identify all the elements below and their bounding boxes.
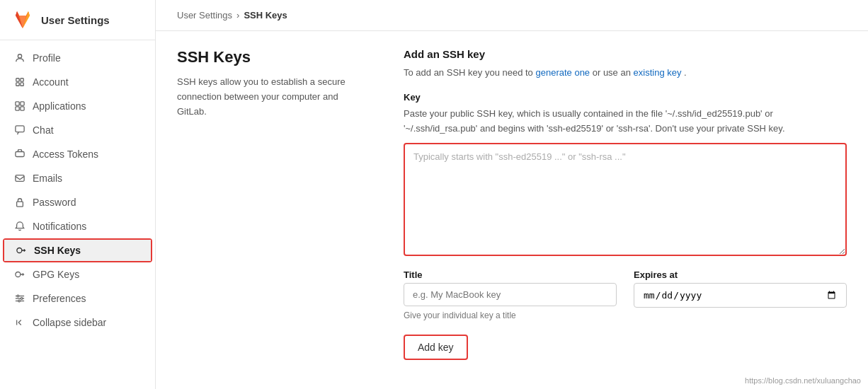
ssh-key-textarea[interactable] — [404, 143, 847, 256]
sidebar-item-access-tokens[interactable]: Access Tokens — [0, 142, 155, 166]
sidebar-item-profile[interactable]: Profile — [0, 46, 155, 70]
key-description: Paste your public SSH key, which is usua… — [404, 107, 847, 137]
expires-form-group: Expires at — [634, 269, 847, 308]
gitlab-logo — [11, 8, 34, 31]
sidebar-item-collapse[interactable]: Collapse sidebar — [0, 310, 155, 335]
add-key-button[interactable]: Add key — [404, 335, 468, 360]
sidebar-item-applications[interactable]: Applications — [0, 94, 155, 118]
form-row: Title Give your individual key a title E… — [404, 269, 847, 320]
collapse-icon — [14, 317, 25, 328]
person-icon — [14, 52, 25, 64]
svg-point-9 — [18, 54, 21, 58]
svg-rect-21 — [17, 202, 23, 207]
sidebar-item-gpg-keys-label: GPG Keys — [33, 269, 79, 280]
account-icon — [14, 76, 25, 88]
sidebar-item-account-label: Account — [33, 76, 69, 88]
sidebar-item-notifications-label: Notifications — [33, 221, 86, 232]
add-ssh-section-title: Add an SSH key — [404, 48, 847, 60]
sidebar-title: User Settings — [41, 14, 110, 26]
add-desc-middle: or use an — [593, 67, 634, 78]
sidebar-item-collapse-label: Collapse sidebar — [33, 317, 106, 328]
svg-rect-20 — [16, 175, 24, 182]
sidebar-item-password-label: Password — [33, 197, 76, 208]
svg-rect-12 — [16, 83, 19, 86]
sidebar-header: User Settings — [0, 0, 155, 40]
bell-icon — [14, 221, 25, 232]
svg-point-28 — [21, 298, 23, 300]
sidebar-item-ssh-keys-label: SSH Keys — [34, 245, 81, 256]
svg-rect-18 — [16, 126, 24, 132]
key-section-label: Key — [404, 92, 847, 103]
breadcrumb-separator: › — [236, 10, 239, 21]
svg-point-22 — [17, 248, 22, 253]
svg-rect-16 — [16, 107, 19, 110]
expires-date-input[interactable] — [634, 283, 847, 308]
sidebar-item-ssh-keys[interactable]: SSH Keys — [3, 238, 152, 262]
title-form-group: Title Give your individual key a title — [404, 269, 617, 320]
sidebar-item-chat[interactable]: Chat — [0, 118, 155, 142]
token-icon — [14, 149, 25, 160]
email-icon — [14, 173, 25, 184]
breadcrumb-parent[interactable]: User Settings — [177, 10, 232, 21]
main-content: User Settings › SSH Keys SSH Keys SSH ke… — [156, 0, 868, 389]
svg-rect-13 — [21, 83, 23, 86]
svg-rect-14 — [16, 102, 19, 105]
sidebar-item-chat-label: Chat — [33, 124, 54, 136]
add-desc-suffix: . — [684, 67, 687, 78]
sidebar-item-preferences[interactable]: Preferences — [0, 286, 155, 310]
svg-point-29 — [18, 300, 21, 302]
title-hint: Give your individual key a title — [404, 310, 617, 320]
footer-url: https://blog.csdn.net/xuluangchao — [745, 376, 861, 385]
apps-icon — [14, 100, 25, 112]
title-input[interactable] — [404, 283, 617, 306]
chat-icon — [14, 124, 25, 136]
sidebar-item-emails-label: Emails — [33, 173, 62, 184]
svg-rect-17 — [21, 107, 24, 110]
svg-rect-15 — [21, 102, 24, 105]
page-description: SSH keys allow you to establish a secure… — [177, 75, 361, 119]
svg-rect-11 — [21, 79, 23, 81]
generate-one-link[interactable]: generate one — [535, 67, 590, 78]
breadcrumb-current: SSH Keys — [244, 10, 287, 21]
sidebar-item-applications-label: Applications — [33, 100, 86, 112]
sidebar-item-gpg-keys[interactable]: GPG Keys — [0, 262, 155, 286]
add-desc-prefix: To add an SSH key you need to — [404, 67, 535, 78]
existing-key-link[interactable]: existing key — [634, 67, 682, 78]
sidebar-item-emails[interactable]: Emails — [0, 166, 155, 190]
sidebar-item-profile-label: Profile — [33, 52, 61, 64]
gpg-key-icon — [14, 269, 25, 280]
sliders-icon — [14, 293, 25, 304]
svg-point-27 — [17, 295, 19, 297]
sidebar-item-account[interactable]: Account — [0, 70, 155, 94]
add-ssh-description: To add an SSH key you need to generate o… — [404, 66, 847, 81]
expires-label: Expires at — [634, 269, 847, 280]
sidebar: User Settings Profile Account — [0, 0, 156, 389]
svg-rect-10 — [16, 79, 19, 81]
title-label: Title — [404, 269, 617, 280]
breadcrumb: User Settings › SSH Keys — [156, 0, 868, 31]
right-panel: Add an SSH key To add an SSH key you nee… — [404, 48, 847, 372]
sidebar-item-notifications[interactable]: Notifications — [0, 214, 155, 238]
sidebar-nav: Profile Account Applications — [0, 40, 155, 340]
sidebar-item-password[interactable]: Password — [0, 190, 155, 214]
lock-icon — [14, 197, 25, 208]
content-area: SSH Keys SSH keys allow you to establish… — [156, 31, 868, 389]
svg-point-23 — [16, 272, 21, 277]
sidebar-item-access-tokens-label: Access Tokens — [33, 149, 98, 160]
key-icon — [16, 245, 27, 256]
sidebar-item-preferences-label: Preferences — [33, 293, 86, 304]
page-title: SSH Keys — [177, 48, 361, 66]
svg-rect-19 — [16, 152, 24, 157]
left-panel: SSH Keys SSH keys allow you to establish… — [177, 48, 361, 372]
